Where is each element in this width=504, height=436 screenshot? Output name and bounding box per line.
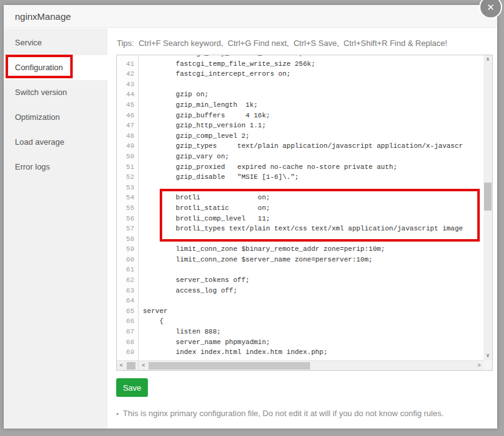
sidebar: ServiceConfigurationSwitch versionOptimi…: [4, 29, 108, 429]
line-number: 47: [117, 120, 138, 131]
line-number: 46: [117, 111, 138, 121]
code-line: brotli_comp_level 11;: [139, 214, 483, 224]
line-number: 58: [117, 234, 138, 245]
config-editor: 4041424344454647484950515253545556575859…: [116, 55, 493, 371]
sidebar-item-switch-version[interactable]: Switch version: [4, 80, 108, 105]
code-line: gzip_disable "MSIE [1-6]\.";: [139, 172, 483, 183]
line-number: 50: [117, 152, 138, 162]
code-line: [139, 183, 483, 193]
line-number: 68: [117, 337, 138, 348]
gutter-scroll-left-icon[interactable]: <: [117, 361, 126, 370]
code-line: fastcgi_intercept_errors on;: [139, 69, 483, 79]
dialog-title: nginxManage: [15, 11, 71, 22]
line-number: 63: [117, 286, 138, 296]
code-line: [139, 296, 483, 306]
footer-note-text: This is nginx primary configuration file…: [123, 409, 444, 418]
code-line: gzip_min_length 1k;: [139, 100, 483, 111]
code-area[interactable]: fastcgi_busy_buffers_size 128k; fastcgi_…: [139, 55, 483, 360]
code-line: gzip_vary on;: [139, 152, 483, 162]
code-line: index index.html index.htm index.php;: [139, 347, 483, 358]
line-number-gutter: 4041424344454647484950515253545556575859…: [117, 55, 139, 360]
code-line: server_tokens off;: [139, 275, 483, 286]
code-line: brotli_types text/plain text/css text/xm…: [139, 224, 483, 234]
line-number: 56: [117, 214, 138, 224]
code-line: listen 888;: [139, 327, 483, 337]
code-line: brotli_static on;: [139, 203, 483, 214]
line-number: 66: [117, 316, 138, 327]
sidebar-item-optimization[interactable]: Optimization: [4, 105, 108, 130]
close-icon[interactable]: ✕: [479, 0, 502, 19]
vertical-scrollbar-thumb[interactable]: [484, 183, 492, 211]
code-line: [139, 234, 483, 245]
code-line: limit_conn_zone $server_name zone=perser…: [139, 255, 483, 265]
line-number: 65: [117, 306, 138, 317]
line-number-list: 4041424344454647484950515253545556575859…: [117, 55, 138, 358]
code-line: gzip_proxied expired no-cache no-store p…: [139, 162, 483, 173]
vertical-scrollbar[interactable]: ∧ ∨: [483, 55, 492, 360]
scroll-right-icon[interactable]: >: [475, 361, 483, 370]
line-number: 52: [117, 172, 138, 183]
code-scrollbar[interactable]: < >: [139, 361, 483, 370]
line-number: 67: [117, 327, 138, 337]
line-number: 42: [117, 69, 138, 79]
line-number: 41: [117, 59, 138, 70]
code-line: gzip_http_version 1.1;: [139, 120, 483, 131]
sidebar-item-configuration[interactable]: Configuration: [4, 55, 108, 80]
code-line: brotli on;: [139, 193, 483, 203]
line-number: 44: [117, 89, 138, 100]
code-line: gzip_types text/plain application/javasc…: [139, 141, 483, 152]
code-line: access_log off;: [139, 286, 483, 296]
code-line: [139, 265, 483, 275]
bullet-icon: •: [116, 410, 119, 417]
code-line: server_name phpmyadmin;: [139, 337, 483, 348]
code-line: server: [139, 306, 483, 317]
line-number: 57: [117, 224, 138, 234]
line-number: 64: [117, 296, 138, 306]
line-number: 45: [117, 100, 138, 111]
line-number: 51: [117, 162, 138, 173]
line-number: 60: [117, 255, 138, 265]
footer-note: •This is nginx primary configuration fil…: [116, 409, 444, 418]
dialog-header: nginxManage: [4, 5, 497, 28]
line-number: 48: [117, 131, 138, 142]
code-lines: fastcgi_busy_buffers_size 128k; fastcgi_…: [139, 55, 483, 358]
line-number: 61: [117, 265, 138, 275]
screen: nginxManage ServiceConfigurationSwitch v…: [0, 0, 504, 436]
sidebar-menu: ServiceConfigurationSwitch versionOptimi…: [4, 30, 108, 179]
gutter-scrollbar[interactable]: <: [117, 361, 139, 370]
code-line: gzip on;: [139, 89, 483, 100]
code-line: limit_conn_zone $binary_remote_addr zone…: [139, 244, 483, 255]
line-number: 55: [117, 203, 138, 214]
sidebar-item-load-average[interactable]: Load average: [4, 130, 108, 155]
code-line: fastcgi_temp_file_write_size 256k;: [139, 59, 483, 70]
tips-text: Tips: Ctrl+F Search keyword, Ctrl+G Find…: [117, 39, 447, 48]
horizontal-scrollbar[interactable]: < < >: [117, 360, 483, 370]
content-panel: Tips: Ctrl+F Search keyword, Ctrl+G Find…: [108, 29, 497, 429]
scroll-left-icon[interactable]: <: [139, 361, 148, 370]
scroll-up-icon[interactable]: ∧: [483, 55, 492, 64]
save-button[interactable]: Save: [116, 378, 148, 397]
scroll-down-icon[interactable]: ∨: [483, 352, 492, 360]
code-line: [139, 79, 483, 90]
code-line: gzip_comp_level 2;: [139, 131, 483, 142]
line-number: 59: [117, 244, 138, 255]
line-number: 69: [117, 347, 138, 358]
scrollbar-corner: [483, 360, 492, 370]
code-line: gzip_buffers 4 16k;: [139, 111, 483, 121]
line-number: 49: [117, 141, 138, 152]
line-number: 53: [117, 183, 138, 193]
horizontal-scrollbar-thumb[interactable]: [149, 362, 310, 370]
line-number: 54: [117, 193, 138, 203]
line-number: 43: [117, 79, 138, 90]
sidebar-item-error-logs[interactable]: Error logs: [4, 155, 108, 179]
gutter-scrollbar-thumb[interactable]: [127, 362, 135, 370]
nginx-manage-dialog: nginxManage ServiceConfigurationSwitch v…: [4, 5, 497, 429]
sidebar-item-service[interactable]: Service: [4, 30, 108, 55]
line-number: 62: [117, 275, 138, 286]
code-line: {: [139, 316, 483, 327]
